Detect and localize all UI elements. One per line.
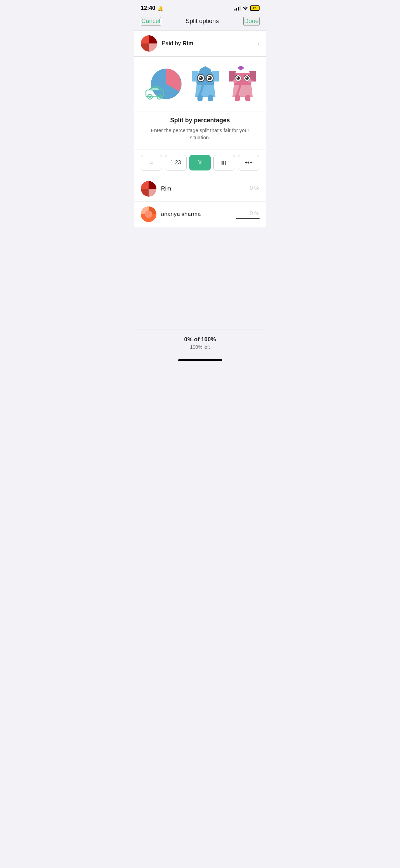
- battery-icon: 23: [250, 5, 260, 11]
- svg-point-29: [236, 76, 240, 80]
- paid-by-label: Paid by Rim: [162, 40, 194, 47]
- svg-point-13: [199, 76, 203, 80]
- split-shares-button[interactable]: [213, 155, 235, 170]
- person-percentage-rim[interactable]: 0 %: [236, 185, 260, 193]
- wifi-icon: [243, 5, 248, 11]
- svg-marker-22: [198, 66, 212, 73]
- home-indicator: [134, 357, 266, 365]
- svg-point-32: [246, 77, 247, 78]
- svg-point-31: [237, 77, 238, 78]
- percentage-unit-rim: %: [254, 185, 259, 192]
- svg-rect-42: [225, 161, 226, 165]
- svg-point-35: [240, 67, 242, 69]
- split-amount-button[interactable]: 1.23: [165, 155, 187, 170]
- person-percentage-ananya[interactable]: 0 %: [236, 210, 260, 219]
- pink-elephant-svg: [227, 66, 258, 102]
- person-name-rim: Rim: [161, 185, 231, 192]
- person-list: Rim 0 % ananya sharma: [134, 176, 266, 227]
- svg-point-39: [248, 79, 253, 83]
- avatar-rim: [141, 35, 157, 52]
- paid-by-left: Paid by Rim: [141, 35, 194, 52]
- percentage-underline-ananya: [236, 218, 260, 219]
- cancel-button[interactable]: Cancel: [141, 17, 161, 25]
- person-row-ananya: ananya sharma 0 %: [134, 202, 266, 227]
- svg-rect-36: [235, 95, 240, 101]
- illustration-section: [134, 57, 266, 111]
- svg-rect-20: [197, 95, 203, 101]
- shares-icon: [221, 159, 228, 166]
- page-title: Split options: [186, 18, 219, 25]
- person-row-rim: Rim 0 %: [134, 176, 266, 202]
- split-adjust-button[interactable]: +/−: [238, 155, 260, 170]
- payer-name: Rim: [183, 40, 193, 47]
- svg-point-14: [208, 76, 212, 80]
- split-subtitle: Enter the percentage split that's fair f…: [141, 127, 260, 141]
- empty-space: [134, 227, 266, 329]
- svg-rect-41: [223, 161, 224, 165]
- paid-by-section[interactable]: Paid by Rim ›: [134, 30, 266, 57]
- illustration-elephant-pink: [227, 66, 258, 102]
- split-options-bar: = 1.23 % +/−: [134, 149, 266, 176]
- svg-point-16: [208, 77, 210, 78]
- percentage-value-ananya: 0: [250, 210, 253, 217]
- illustration-car-pie: [142, 64, 183, 104]
- chevron-right-icon: ›: [258, 40, 260, 47]
- percentage-unit-ananya: %: [254, 210, 259, 217]
- svg-point-4: [149, 96, 151, 98]
- svg-rect-40: [222, 161, 223, 165]
- svg-point-38: [232, 79, 237, 83]
- status-time: 12:40 🔔: [141, 5, 163, 12]
- notification-bell-icon: 🔔: [157, 5, 163, 11]
- car-pie-illustration: [142, 64, 183, 104]
- percentage-underline-rim: [236, 193, 260, 193]
- avatar-ananya: [141, 206, 156, 222]
- svg-rect-37: [245, 95, 250, 101]
- svg-point-30: [245, 76, 249, 80]
- home-bar: [178, 359, 222, 361]
- navigation-bar: Cancel Split options Done: [134, 14, 266, 30]
- status-icons: 23: [234, 5, 260, 11]
- footer: 0% of 100% 100% left: [134, 329, 266, 357]
- svg-rect-21: [208, 95, 213, 101]
- svg-point-45: [145, 211, 152, 218]
- split-title: Split by percentages: [141, 117, 260, 124]
- person-name-ananya: ananya sharma: [161, 211, 231, 218]
- status-bar: 12:40 🔔 23: [134, 0, 266, 14]
- time-display: 12:40: [141, 5, 155, 12]
- footer-sub-label: 100% left: [141, 344, 260, 350]
- percentage-value-rim: 0: [250, 185, 253, 192]
- svg-point-15: [199, 77, 201, 78]
- footer-main-label: 0% of 100%: [141, 336, 260, 343]
- split-description: Split by percentages Enter the percentag…: [134, 111, 266, 149]
- blue-elephant-svg: [190, 66, 221, 102]
- split-equal-button[interactable]: =: [141, 155, 163, 170]
- avatar-rim-small: [141, 181, 156, 197]
- svg-marker-23: [232, 83, 253, 97]
- illustration-elephant-blue: [190, 66, 221, 102]
- svg-point-6: [158, 96, 160, 98]
- signal-icon: [234, 6, 241, 11]
- split-percent-button[interactable]: %: [189, 155, 211, 170]
- svg-marker-7: [195, 83, 215, 97]
- done-button[interactable]: Done: [243, 17, 259, 25]
